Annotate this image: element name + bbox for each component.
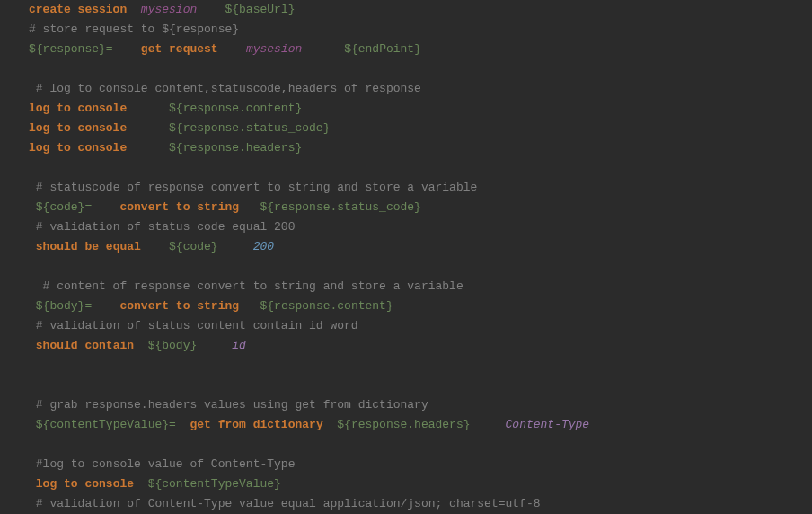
code-token: mysesion <box>141 3 197 16</box>
code-token <box>127 3 141 16</box>
code-line[interactable]: ${contentTypeValue}= get from dictionary… <box>29 415 812 435</box>
code-token: id <box>232 339 246 352</box>
code-token <box>29 398 36 412</box>
code-line[interactable]: # log to console content,statuscode,head… <box>29 79 812 99</box>
code-line[interactable]: log to console ${contentTypeValue} <box>29 474 812 494</box>
code-line[interactable]: create session mysesion ${baseUrl} <box>29 0 812 20</box>
code-token <box>29 457 36 471</box>
code-token: #log to console value of Content-Type <box>36 457 296 471</box>
code-line[interactable] <box>29 59 812 79</box>
code-token <box>29 359 36 372</box>
code-token <box>127 102 169 115</box>
code-token: get request <box>141 42 218 56</box>
code-token: mysesion <box>246 42 302 56</box>
code-token <box>323 418 338 431</box>
code-token <box>127 141 169 155</box>
code-token: Content-Type <box>506 418 590 431</box>
code-editor[interactable]: create session mysesion ${baseUrl}# stor… <box>29 0 812 514</box>
code-token: ${response.content} <box>260 299 393 313</box>
code-token: convert to string <box>119 299 239 313</box>
code-token <box>29 378 36 392</box>
code-token <box>29 497 36 510</box>
code-token: ${response.status_code} <box>169 121 330 135</box>
code-token <box>239 299 260 313</box>
code-token <box>92 299 119 313</box>
code-token: ${baseUrl} <box>225 3 295 16</box>
code-token: ${contentTypeValue}= <box>36 418 176 431</box>
code-line[interactable]: ${response}= get request mysesion ${endP… <box>29 40 812 59</box>
code-line[interactable]: ${code}= convert to string ${response.st… <box>29 198 812 217</box>
code-line[interactable]: should be equal ${code} 200 <box>29 237 812 257</box>
code-token: ${response.content} <box>169 102 302 115</box>
code-line[interactable]: ${body}= convert to string ${response.co… <box>29 297 812 316</box>
code-token: log to console <box>29 121 127 135</box>
code-token <box>134 339 148 352</box>
code-token <box>29 319 36 332</box>
code-line[interactable]: # validation of Content-Type value equal… <box>29 494 812 514</box>
code-line[interactable] <box>29 158 812 178</box>
code-token: ${code} <box>169 240 218 253</box>
code-line[interactable]: log to console ${response.headers} <box>29 138 812 158</box>
code-token <box>197 339 232 352</box>
code-token <box>134 477 148 491</box>
code-token: get from dictionary <box>190 418 322 431</box>
code-token <box>29 339 36 352</box>
code-token <box>302 42 344 56</box>
code-token <box>141 240 169 253</box>
code-token <box>113 42 141 56</box>
code-line[interactable]: # content of response convert to string … <box>29 277 812 297</box>
code-line[interactable]: # grab response.headers values using get… <box>29 395 812 415</box>
code-token <box>29 260 36 273</box>
code-token: ${contentTypeValue} <box>148 477 281 491</box>
code-token: ${response.headers} <box>337 418 470 431</box>
code-token: # validation of status code equal 200 <box>36 220 296 234</box>
code-token: ${body}= <box>36 299 92 313</box>
code-token: # validation of Content-Type value equal… <box>36 497 541 510</box>
code-token: should be equal <box>36 240 141 253</box>
code-line[interactable] <box>29 435 812 455</box>
code-line[interactable] <box>29 376 812 395</box>
code-token: log to console <box>29 102 127 115</box>
code-token: # store request to ${response} <box>29 22 239 36</box>
code-line[interactable] <box>29 257 812 277</box>
code-token: log to console <box>29 141 127 155</box>
code-token <box>29 62 36 75</box>
code-token: # log to console content,statuscode,head… <box>36 82 421 95</box>
code-line[interactable] <box>29 356 812 376</box>
code-token <box>29 161 36 174</box>
code-token: should contain <box>36 339 134 352</box>
code-token: # grab response.headers values using get… <box>36 398 428 412</box>
code-token: ${body} <box>148 339 198 352</box>
code-line[interactable]: # validation of status content contain i… <box>29 316 812 336</box>
code-token <box>29 299 36 313</box>
code-token: # statuscode of response convert to stri… <box>36 181 477 194</box>
code-line[interactable]: log to console ${response.status_code} <box>29 119 812 138</box>
code-token: ${response.status_code} <box>260 200 420 214</box>
code-line[interactable]: should contain ${body} id <box>29 336 812 356</box>
code-token: create session <box>29 3 127 16</box>
code-token <box>127 121 169 135</box>
code-token <box>92 200 119 214</box>
code-token <box>29 418 36 431</box>
code-token: convert to string <box>119 200 239 214</box>
code-token <box>239 200 260 214</box>
code-line[interactable]: # validation of status code equal 200 <box>29 217 812 237</box>
code-token <box>218 42 246 56</box>
code-line[interactable]: # store request to ${response} <box>29 20 812 40</box>
code-line[interactable]: # statuscode of response convert to stri… <box>29 178 812 198</box>
code-token <box>29 220 36 234</box>
code-token: log to console <box>36 477 134 491</box>
code-line[interactable]: #log to console value of Content-Type <box>29 455 812 474</box>
code-token: ${code}= <box>36 200 92 214</box>
code-token: ${response}= <box>29 42 113 56</box>
code-token: # content of response convert to string … <box>43 279 463 293</box>
code-token <box>29 279 43 293</box>
code-token: # validation of status content contain i… <box>36 319 358 332</box>
code-token <box>218 240 253 253</box>
code-token <box>29 438 36 451</box>
code-token: ${response.headers} <box>169 141 302 155</box>
code-token <box>29 200 36 214</box>
code-token <box>197 3 225 16</box>
code-token: 200 <box>253 240 274 253</box>
code-line[interactable]: log to console ${response.content} <box>29 99 812 119</box>
